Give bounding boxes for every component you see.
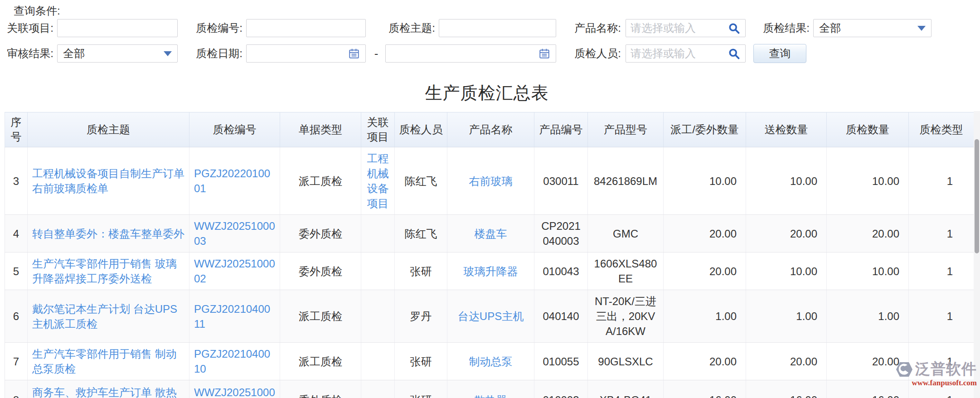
table-cell: 右前玻璃 [447, 147, 534, 215]
chevron-down-icon [164, 51, 172, 56]
column-header: 序号 [5, 112, 28, 147]
table-cell: 10.00 [827, 252, 909, 290]
cell-link[interactable]: 右前玻璃 [469, 175, 513, 187]
cell-link[interactable]: 工程机械设备项目自制生产订单 右前玻璃质检单 [32, 167, 184, 194]
cell-link[interactable]: 制动总泵 [469, 355, 513, 368]
table-cell: 10.00 [827, 147, 909, 215]
table-cell: 20.00 [827, 215, 909, 252]
table-cell: 工程机械设备项目 [361, 147, 395, 215]
table-cell: 20.00 [664, 343, 746, 380]
product-name-search-icon[interactable] [725, 19, 743, 37]
table-cell: GMC [588, 215, 664, 252]
table-cell: 84261869LM [588, 147, 664, 215]
table-cell: 5 [5, 252, 28, 290]
table-cell: XB4-BG41 [588, 380, 664, 398]
table-cell: PGZJ2021040011 [189, 290, 280, 343]
cell-link[interactable]: WWZJ2025100001 [194, 386, 275, 398]
cell-link[interactable]: WWZJ2025100002 [194, 257, 275, 285]
cell-link[interactable]: 工程机械设备项目 [367, 152, 389, 209]
qc-code-label: 质检编号: [189, 19, 243, 37]
column-header: 产品型号 [588, 112, 664, 147]
chevron-down-icon [917, 26, 926, 31]
cell-link[interactable]: 戴尔笔记本生产计划 台达UPS主机派工质检 [32, 303, 177, 330]
date-range-separator: - [372, 44, 381, 63]
table-cell: 8 [5, 380, 28, 398]
qc-theme-input[interactable] [439, 19, 556, 37]
cell-link[interactable]: PGZJ2021040010 [194, 348, 270, 375]
qc-date-end-input[interactable] [385, 44, 556, 63]
cell-link[interactable]: WWZJ2025100003 [194, 220, 275, 247]
table-cell: 商务车、救护车生产订单 散热器涂装工序委外 [28, 380, 189, 398]
cell-link[interactable]: 台达UPS主机 [458, 310, 524, 322]
qc-person-search-icon[interactable] [725, 44, 743, 63]
table-cell: 16.00 [827, 380, 909, 398]
table-cell: 1.00 [664, 290, 746, 343]
cell-link[interactable]: 转自整单委外：楼盘车整单委外 [32, 228, 184, 240]
table-cell: 生产汽车零部件用于销售 玻璃升降器焊接工序委外送检 [28, 252, 189, 290]
cell-link[interactable]: 生产汽车零部件用于销售 玻璃升降器焊接工序委外送检 [32, 257, 177, 285]
table-cell: 20.00 [827, 343, 909, 380]
table-cell: WWZJ2025100002 [189, 252, 280, 290]
table-cell: 1 [909, 147, 974, 215]
table-cell: 20.00 [664, 215, 746, 252]
cell-link[interactable]: PGZJ2022010001 [194, 167, 270, 194]
table-row: 5生产汽车零部件用于销售 玻璃升降器焊接工序委外送检WWZJ2025100002… [5, 252, 974, 290]
table-cell: 010003 [534, 380, 588, 398]
table-cell: 20.00 [746, 343, 827, 380]
table-cell: 1 [909, 343, 974, 380]
cell-link[interactable]: 生产汽车零部件用于销售 制动总泵质检 [32, 348, 177, 375]
audit-result-select[interactable]: 全部 [57, 44, 178, 63]
qc-result-select[interactable]: 全部 [813, 19, 931, 37]
table-cell [361, 380, 395, 398]
table-cell: 010055 [534, 343, 588, 380]
table-cell: 3 [5, 147, 28, 215]
calendar-icon[interactable] [535, 44, 553, 63]
table-cell [361, 252, 395, 290]
table-cell: 派工质检 [280, 147, 361, 215]
cell-link[interactable]: 玻璃升降器 [464, 265, 518, 277]
table-cell: 1 [909, 215, 974, 252]
table-cell: 040140 [534, 290, 588, 343]
related-project-label: 关联项目: [0, 19, 53, 37]
column-header: 派工/委外数量 [664, 112, 746, 147]
cell-link[interactable]: 散热器 [475, 394, 507, 398]
table-cell: 陈红飞 [395, 147, 447, 215]
query-conditions-title: 查询条件: [14, 4, 60, 18]
table-row: 7生产汽车零部件用于销售 制动总泵质检PGZJ2021040010派工质检张研制… [5, 343, 974, 380]
column-header: 质检编号 [189, 112, 280, 147]
table-cell: 陈红飞 [395, 215, 447, 252]
vertical-scrollbar-track[interactable] [974, 111, 980, 398]
related-project-input[interactable] [57, 19, 178, 37]
table-cell: 台达UPS主机 [447, 290, 534, 343]
table-cell: 罗丹 [395, 290, 447, 343]
table-cell: 1 [909, 252, 974, 290]
table-cell: 委外质检 [280, 252, 361, 290]
product-name-label: 产品名称: [568, 19, 621, 37]
table-cell: 10.00 [746, 147, 827, 215]
calendar-icon[interactable] [345, 44, 363, 63]
audit-result-value: 全部 [63, 46, 160, 61]
table-cell: 委外质检 [280, 215, 361, 252]
table-cell: 张研 [395, 380, 447, 398]
cell-link[interactable]: 商务车、救护车生产订单 散热器涂装工序委外 [32, 386, 177, 398]
table-cell: PGZJ2021040010 [189, 343, 280, 380]
cell-link[interactable]: PGZJ2021040011 [194, 303, 270, 330]
qc-code-input[interactable] [246, 19, 366, 37]
table-cell: 6 [5, 290, 28, 343]
query-filter-panel: 查询条件: 关联项目: 质检编号: 质检主题: 产品名称: 质检结果: 全部 审… [0, 0, 980, 73]
table-cell: 16.00 [746, 380, 827, 398]
table-row: 3工程机械设备项目自制生产订单 右前玻璃质检单PGZJ2022010001派工质… [5, 147, 974, 215]
table-cell: 4 [5, 215, 28, 252]
table-cell: 散热器 [447, 380, 534, 398]
vertical-scrollbar-thumb[interactable] [975, 139, 979, 253]
page-title: 生产质检汇总表 [0, 82, 974, 105]
table-cell [361, 215, 395, 252]
column-header: 单据类型 [280, 112, 361, 147]
query-button[interactable]: 查询 [753, 44, 806, 63]
table-cell: 派工质检 [280, 290, 361, 343]
table-header-row: 序号质检主题质检编号单据类型关联项目质检人员产品名称产品编号产品型号派工/委外数… [5, 112, 974, 147]
cell-link[interactable]: 楼盘车 [475, 228, 507, 240]
table-cell: 戴尔笔记本生产计划 台达UPS主机派工质检 [28, 290, 189, 343]
column-header: 质检数量 [827, 112, 909, 147]
table-cell: 张研 [395, 252, 447, 290]
